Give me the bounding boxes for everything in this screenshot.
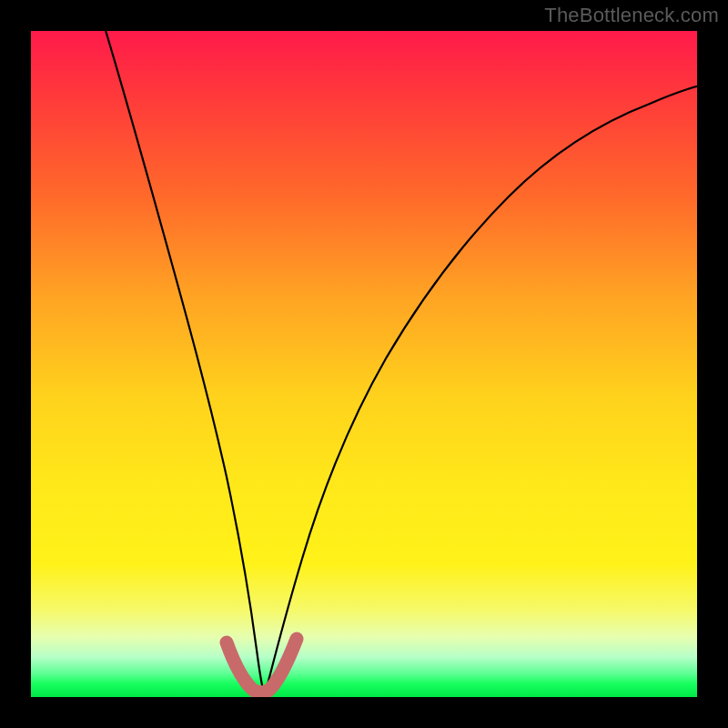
plot-area bbox=[31, 31, 697, 697]
outer-frame: TheBottleneck.com bbox=[0, 0, 728, 728]
watermark-text: TheBottleneck.com bbox=[544, 4, 719, 27]
bottleneck-curve bbox=[95, 31, 697, 692]
curve-layer bbox=[31, 31, 697, 697]
